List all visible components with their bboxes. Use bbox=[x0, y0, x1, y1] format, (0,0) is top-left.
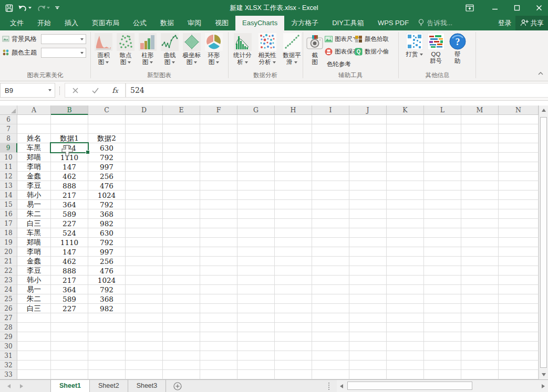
cell-G19[interactable] bbox=[237, 238, 275, 247]
cell-D24[interactable] bbox=[126, 285, 163, 294]
cell-D13[interactable] bbox=[126, 181, 163, 190]
cell-E32[interactable] bbox=[163, 361, 200, 370]
insert-function-icon[interactable]: fx bbox=[109, 84, 121, 97]
menu-tab-DIY工具箱[interactable]: DIY工具箱 bbox=[325, 16, 371, 30]
cell-M33[interactable] bbox=[461, 370, 499, 379]
cell-N16[interactable] bbox=[499, 209, 539, 219]
cell-E8[interactable] bbox=[163, 134, 200, 143]
cell-G21[interactable] bbox=[237, 257, 275, 266]
cell-M7[interactable] bbox=[461, 124, 499, 134]
cell-F17[interactable] bbox=[200, 219, 237, 228]
cell-K25[interactable] bbox=[387, 294, 424, 304]
cell-H8[interactable] bbox=[275, 134, 312, 143]
cell-M6[interactable] bbox=[461, 115, 499, 124]
cell-F32[interactable] bbox=[200, 361, 237, 370]
cell-G7[interactable] bbox=[237, 124, 275, 134]
cell-E13[interactable] bbox=[163, 181, 200, 190]
cell-L6[interactable] bbox=[424, 115, 461, 124]
column-header-C[interactable]: C bbox=[88, 105, 126, 115]
cell-A10[interactable]: 郑喵 bbox=[17, 153, 51, 162]
row-header-13[interactable]: 13 bbox=[0, 181, 17, 190]
ribbon-display-options-icon[interactable] bbox=[461, 0, 479, 16]
cell-G12[interactable] bbox=[237, 172, 275, 181]
cell-B7[interactable] bbox=[51, 124, 88, 134]
cell-C29[interactable] bbox=[88, 332, 126, 342]
cell-D9[interactable] bbox=[126, 143, 163, 153]
cell-E16[interactable] bbox=[163, 209, 200, 219]
cell-K14[interactable] bbox=[387, 190, 424, 200]
cell-D18[interactable] bbox=[126, 228, 163, 238]
cell-B13[interactable]: 888 bbox=[51, 181, 88, 190]
cell-J28[interactable] bbox=[349, 323, 387, 332]
cell-E33[interactable] bbox=[163, 370, 200, 379]
ribbon-button-面积图[interactable]: 面积图 bbox=[92, 33, 115, 66]
cell-J10[interactable] bbox=[349, 153, 387, 162]
cell-E20[interactable] bbox=[163, 247, 200, 257]
cell-I6[interactable] bbox=[312, 115, 349, 124]
cell-H16[interactable] bbox=[275, 209, 312, 219]
cell-J13[interactable] bbox=[349, 181, 387, 190]
ribbon-button-QQ群号[interactable]: QQ群号 bbox=[425, 33, 447, 65]
cell-L11[interactable] bbox=[424, 162, 461, 172]
cell-K17[interactable] bbox=[387, 219, 424, 228]
cell-J22[interactable] bbox=[349, 266, 387, 276]
cell-J19[interactable] bbox=[349, 238, 387, 247]
ribbon-button-环形图[interactable]: 环形图 bbox=[203, 33, 225, 66]
cell-B20[interactable]: 147 bbox=[51, 247, 88, 257]
cell-A11[interactable]: 李哨 bbox=[17, 162, 51, 172]
cell-D16[interactable] bbox=[126, 209, 163, 219]
cell-J18[interactable] bbox=[349, 228, 387, 238]
cell-E7[interactable] bbox=[163, 124, 200, 134]
cell-F23[interactable] bbox=[200, 276, 237, 285]
horizontal-scroll-thumb[interactable] bbox=[347, 382, 472, 390]
cell-K31[interactable] bbox=[387, 351, 424, 361]
cell-K27[interactable] bbox=[387, 313, 424, 323]
column-header-B[interactable]: B bbox=[51, 105, 88, 115]
cell-G13[interactable] bbox=[237, 181, 275, 190]
cell-L27[interactable] bbox=[424, 313, 461, 323]
cell-I33[interactable] bbox=[312, 370, 349, 379]
cell-I22[interactable] bbox=[312, 266, 349, 276]
cell-J32[interactable] bbox=[349, 361, 387, 370]
cell-G22[interactable] bbox=[237, 266, 275, 276]
formula-bar-resize-handle[interactable] bbox=[59, 87, 60, 95]
cell-E24[interactable] bbox=[163, 285, 200, 294]
cell-C21[interactable]: 256 bbox=[88, 257, 126, 266]
cell-I12[interactable] bbox=[312, 172, 349, 181]
cell-C10[interactable]: 792 bbox=[88, 153, 126, 162]
cell-L21[interactable] bbox=[424, 257, 461, 266]
cell-I14[interactable] bbox=[312, 190, 349, 200]
cell-M21[interactable] bbox=[461, 257, 499, 266]
cell-H31[interactable] bbox=[275, 351, 312, 361]
cell-N10[interactable] bbox=[499, 153, 539, 162]
cell-M15[interactable] bbox=[461, 200, 499, 209]
cell-G23[interactable] bbox=[237, 276, 275, 285]
ribbon-button-颜色拾取[interactable]: 颜色拾取 bbox=[355, 34, 389, 44]
cell-C7[interactable] bbox=[88, 124, 126, 134]
color-theme-select[interactable] bbox=[41, 48, 86, 58]
column-header-N[interactable]: N bbox=[499, 105, 539, 115]
cell-H14[interactable] bbox=[275, 190, 312, 200]
cell-F6[interactable] bbox=[200, 115, 237, 124]
cell-D19[interactable] bbox=[126, 238, 163, 247]
cell-H28[interactable] bbox=[275, 323, 312, 332]
cell-N24[interactable] bbox=[499, 285, 539, 294]
cell-A30[interactable] bbox=[17, 342, 51, 351]
row-header-32[interactable]: 32 bbox=[0, 361, 17, 370]
row-header-29[interactable]: 29 bbox=[0, 332, 17, 342]
cell-M27[interactable] bbox=[461, 313, 499, 323]
cell-C30[interactable] bbox=[88, 342, 126, 351]
column-header-D[interactable]: D bbox=[126, 105, 163, 115]
cell-L10[interactable] bbox=[424, 153, 461, 162]
cell-N23[interactable] bbox=[499, 276, 539, 285]
cell-A16[interactable]: 朱二 bbox=[17, 209, 51, 219]
cell-K9[interactable] bbox=[387, 143, 424, 153]
cell-J15[interactable] bbox=[349, 200, 387, 209]
cell-C23[interactable]: 1024 bbox=[88, 276, 126, 285]
ribbon-button-极坐标图[interactable]: 极坐标图 bbox=[181, 33, 203, 66]
cell-F33[interactable] bbox=[200, 370, 237, 379]
row-header-8[interactable]: 8 bbox=[0, 134, 17, 143]
cell-L16[interactable] bbox=[424, 209, 461, 219]
cell-E28[interactable] bbox=[163, 323, 200, 332]
cell-J9[interactable] bbox=[349, 143, 387, 153]
